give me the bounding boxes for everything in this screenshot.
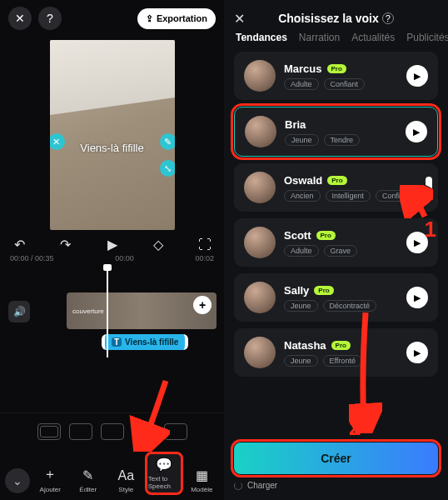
caption-text: Viens-là fifille	[80, 142, 143, 154]
voice-play-button[interactable]: ▶	[406, 232, 428, 253]
voice-tag: Grave	[324, 245, 358, 257]
bottom-editer-label: Éditer	[79, 486, 97, 493]
voice-tag: Confiant	[376, 190, 417, 202]
time-tick-b: 00:02	[195, 254, 214, 262]
voice-tag: Ancien	[284, 190, 321, 202]
pro-badge: Pro	[314, 286, 333, 295]
collapse-button[interactable]: ⌄	[5, 468, 30, 493]
preview-background	[50, 40, 175, 115]
avatar	[244, 337, 276, 368]
bottom-tts-label: Text to Speech	[148, 475, 180, 490]
timecode-row: 00:00 / 00:35 00:00 00:02	[0, 254, 224, 262]
caption-resize-handle[interactable]: ⤡	[160, 160, 175, 177]
voice-play-button[interactable]: ▶	[406, 65, 428, 87]
export-button[interactable]: ⇪ Exportation	[137, 8, 216, 29]
voice-play-button[interactable]: ▶	[426, 177, 432, 198]
split-left-tool[interactable]	[69, 423, 92, 440]
picker-footer: Créer Charger	[224, 434, 448, 500]
bottom-style[interactable]: Aa Style	[108, 468, 143, 493]
time-current: 00:00 / 00:35	[10, 254, 54, 262]
voice-tabs: Tendances Narration Actualités Publicité…	[224, 32, 448, 52]
picker-close-button[interactable]: ✕	[234, 11, 245, 27]
voice-name: Oswald	[284, 174, 322, 187]
bottom-editer[interactable]: ✎ Éditer	[71, 468, 106, 493]
video-track[interactable]: couverture +	[67, 292, 217, 329]
voice-play-button[interactable]: ▶	[406, 342, 428, 363]
copy-tool[interactable]	[37, 423, 61, 440]
split-tool[interactable]	[101, 423, 124, 440]
voice-tag: Confiant	[324, 78, 366, 90]
pro-badge: Pro	[331, 341, 351, 350]
voice-name: Marcus	[284, 62, 322, 75]
voice-name: Natasha	[284, 339, 326, 352]
delete-tool[interactable]	[164, 423, 187, 440]
voice-play-button[interactable]: ▶	[406, 121, 427, 142]
picker-title: Choisissez la voix	[278, 12, 379, 25]
timeline[interactable]: 🔊 couverture + T Viens-là fifille	[0, 266, 224, 358]
voice-item-bria[interactable]: Bria Jeune Tendre ▶	[234, 107, 438, 157]
voice-tag: Décontracté	[323, 300, 377, 312]
undo-button[interactable]: ↶	[10, 237, 28, 252]
bottom-text-to-speech[interactable]: 💬 Text to Speech	[147, 453, 182, 493]
add-clip-button[interactable]: +	[193, 296, 212, 314]
caption-edit-handle[interactable]: ✎	[160, 133, 175, 150]
close-button[interactable]: ✕	[8, 7, 32, 30]
bottom-modele[interactable]: ▦ Modèle	[184, 468, 219, 493]
pro-badge: Pro	[316, 231, 336, 240]
voice-tag: Effronté	[323, 355, 362, 367]
bottom-ajouter[interactable]: ＋ Ajouter	[32, 466, 67, 493]
video-preview[interactable]: Viens-là fifille ✕ ✎ ⤡	[50, 40, 175, 230]
picker-header: ✕ Choisissez la voix ?	[224, 0, 448, 32]
text-track-clip[interactable]: T Viens-là fifille	[102, 334, 188, 350]
avatar	[244, 172, 276, 203]
avatar	[244, 60, 276, 92]
play-button[interactable]: ▶	[103, 237, 122, 252]
picker-help-icon[interactable]: ?	[382, 12, 394, 24]
voice-tag: Jeune	[285, 134, 319, 146]
voice-item-oswald[interactable]: OswaldPro Ancien Intelligent Confiant ▶	[234, 163, 438, 212]
voice-item-natasha[interactable]: NatashaPro Jeune Effronté ▶	[234, 328, 438, 377]
bottom-ajouter-label: Ajouter	[40, 486, 61, 493]
voice-list[interactable]: MarcusPro Adulte Confiant ▶ Bria Jeune T…	[224, 52, 448, 434]
plus-icon: ＋	[43, 466, 57, 483]
video-editor-panel: ✕ ? ⇪ Exportation Viens-là fifille ✕ ✎ ⤡…	[0, 0, 224, 500]
caption-delete-handle[interactable]: ✕	[50, 133, 65, 150]
keyframe-button[interactable]: ◇	[149, 237, 167, 252]
voice-play-button[interactable]: ▶	[406, 287, 428, 308]
cover-label: couverture	[70, 307, 107, 316]
voice-name: Sally	[284, 284, 309, 297]
caption-overlay[interactable]: Viens-là fifille	[53, 140, 172, 155]
avatar	[244, 227, 276, 258]
voice-item-sally[interactable]: SallyPro Jeune Décontracté ▶	[234, 273, 438, 322]
pencil-icon: ✎	[82, 468, 93, 483]
tab-actualites[interactable]: Actualités	[351, 32, 395, 43]
playhead[interactable]	[107, 266, 108, 358]
voice-tag: Adulte	[284, 78, 319, 90]
mute-button[interactable]: 🔊	[8, 301, 30, 322]
avatar	[245, 116, 276, 148]
voice-tag: Jeune	[284, 355, 318, 367]
tab-publicites[interactable]: Publicités	[406, 32, 448, 43]
tab-narration[interactable]: Narration	[299, 32, 340, 43]
help-button[interactable]: ?	[38, 7, 62, 30]
tab-tendances[interactable]: Tendances	[236, 32, 287, 43]
template-icon: ▦	[196, 468, 208, 483]
split-right-tool[interactable]	[132, 423, 156, 440]
clip-tool-row	[0, 412, 224, 448]
spinner-icon	[234, 482, 242, 490]
transport-bar: ↶ ↷ ▶ ◇ ⛶	[0, 230, 224, 254]
fullscreen-button[interactable]: ⛶	[196, 238, 214, 252]
voice-tag: Adulte	[284, 245, 319, 257]
bottom-modele-label: Modèle	[191, 486, 212, 493]
voice-item-scott[interactable]: ScottPro Adulte Grave ▶	[234, 218, 438, 267]
voice-item-marcus[interactable]: MarcusPro Adulte Confiant ▶	[234, 52, 438, 100]
create-button[interactable]: Créer	[234, 442, 438, 474]
redo-button[interactable]: ↷	[57, 237, 75, 252]
pro-badge: Pro	[327, 176, 346, 185]
avatar	[244, 282, 276, 313]
voice-tag: Jeune	[284, 300, 318, 312]
loading-indicator: Charger	[234, 481, 438, 490]
loading-label: Charger	[247, 481, 277, 490]
voice-tag: Tendre	[324, 134, 361, 146]
voice-tag: Intelligent	[326, 190, 371, 202]
